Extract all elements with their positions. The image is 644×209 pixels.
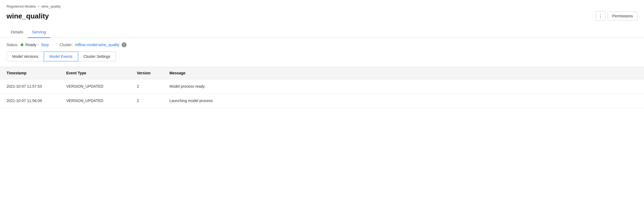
- cell-event-type: VERSION_UPDATED: [60, 79, 130, 94]
- col-header-message: Message: [163, 67, 644, 79]
- cell-timestamp: 2021-10-07 11:57:53: [0, 79, 60, 94]
- table-row: 2021-10-07 11:57:53 VERSION_UPDATED 2 Mo…: [0, 79, 644, 94]
- status-label: Status:: [7, 43, 18, 47]
- col-header-version: Version: [130, 67, 163, 79]
- cluster-link[interactable]: mlflow-model-wine_quality: [75, 43, 119, 47]
- sub-tab-model-versions[interactable]: Model Versions: [7, 52, 44, 61]
- col-header-timestamp: Timestamp: [0, 67, 60, 79]
- cell-timestamp: 2021-10-07 11:56:09: [0, 94, 60, 108]
- help-icon[interactable]: ?: [122, 42, 127, 47]
- cell-message: Launching model process: [163, 94, 644, 108]
- permissions-button[interactable]: Permissions: [608, 12, 637, 20]
- page-title: wine_quality: [7, 12, 49, 20]
- cell-message: Model process ready: [163, 79, 644, 94]
- breadcrumb-current: wine_quality: [41, 4, 61, 8]
- breadcrumb-parent-link[interactable]: Registered Models: [7, 4, 36, 8]
- stop-link[interactable]: Stop: [41, 43, 49, 47]
- sub-tabs-wrapper: Model Versions Model Events Cluster Sett…: [0, 52, 644, 61]
- cell-version: 2: [130, 79, 163, 94]
- table-header-row: Timestamp Event Type Version Message: [0, 67, 644, 79]
- main-tabs-bar: Details Serving: [0, 26, 644, 38]
- events-table: Timestamp Event Type Version Message 202…: [0, 67, 644, 108]
- cluster-label: Cluster:: [59, 43, 72, 47]
- col-header-event-type: Event Type: [60, 67, 130, 79]
- cluster-section: Cluster: mlflow-model-wine_quality ?: [59, 42, 126, 47]
- sub-tab-cluster-settings[interactable]: Cluster Settings: [78, 52, 116, 61]
- breadcrumb: Registered Models > wine_quality: [7, 4, 637, 8]
- title-row: wine_quality ⋮ Permissions: [7, 11, 637, 21]
- status-section: Status: Ready - Stop: [7, 43, 49, 47]
- page-container: Registered Models > wine_quality wine_qu…: [0, 0, 644, 209]
- cell-event-type: VERSION_UPDATED: [60, 94, 130, 108]
- table-container: Timestamp Event Type Version Message 202…: [0, 67, 644, 108]
- table-row: 2021-10-07 11:56:09 VERSION_UPDATED 2 La…: [0, 94, 644, 108]
- tab-serving[interactable]: Serving: [28, 26, 50, 38]
- cell-version: 2: [130, 94, 163, 108]
- header: Registered Models > wine_quality wine_qu…: [0, 0, 644, 21]
- kebab-menu-button[interactable]: ⋮: [596, 11, 605, 21]
- sub-tab-model-events[interactable]: Model Events: [44, 52, 78, 61]
- status-bar: Status: Ready - Stop Cluster: mlflow-mod…: [0, 38, 644, 52]
- tab-details[interactable]: Details: [7, 26, 28, 38]
- status-dot-icon: [21, 43, 23, 46]
- header-actions: ⋮ Permissions: [596, 11, 637, 21]
- status-ready-text: Ready -: [26, 43, 39, 47]
- sub-tabs-bar: Model Versions Model Events Cluster Sett…: [7, 52, 637, 61]
- breadcrumb-separator: >: [37, 4, 40, 8]
